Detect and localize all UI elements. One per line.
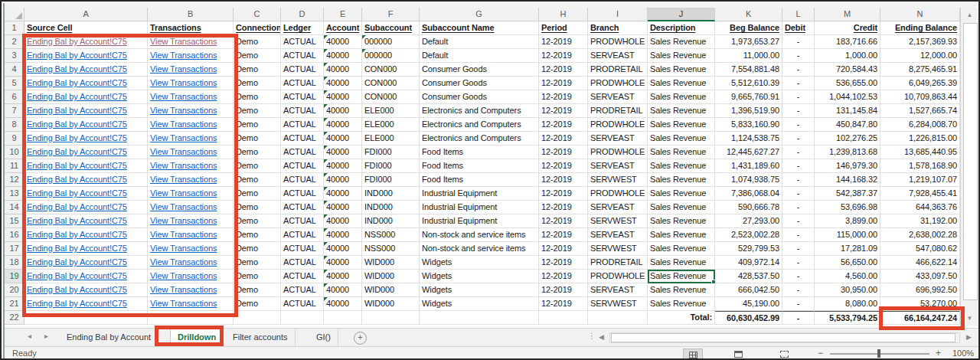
cell-H12[interactable]: 12-2019 bbox=[539, 173, 588, 187]
cell-C8[interactable]: Demo bbox=[234, 118, 281, 132]
cell-G10[interactable]: Food Items bbox=[420, 146, 539, 159]
source-cell-link-row2[interactable]: Ending Bal by Account!C75 bbox=[24, 35, 148, 49]
cell-C13[interactable]: Demo bbox=[234, 187, 281, 201]
cell-N4[interactable]: 8,275,465.91 bbox=[880, 63, 960, 77]
cell-N6[interactable]: 10,709,863.44 bbox=[880, 90, 960, 104]
cell-F10[interactable]: FDI000 bbox=[362, 146, 420, 159]
cell-I9[interactable]: SERVEAST bbox=[588, 132, 648, 146]
row-header-22[interactable]: 22 bbox=[5, 311, 24, 325]
cell-N16[interactable]: 2,638,002.28 bbox=[880, 228, 960, 242]
cell-N11[interactable]: 1,578,168.90 bbox=[880, 159, 960, 173]
cell-K17[interactable]: 529,799.53 bbox=[715, 242, 782, 256]
view-transactions-link-row6[interactable]: View Transactions bbox=[148, 90, 234, 104]
field-header-G[interactable]: Subaccount Name bbox=[420, 21, 539, 35]
row-header-16[interactable]: 16 bbox=[5, 228, 24, 242]
cell-I17[interactable]: SERVWEST bbox=[588, 242, 648, 256]
row-header-15[interactable]: 15 bbox=[5, 214, 24, 228]
add-sheet-button[interactable]: + bbox=[354, 332, 367, 345]
cell-H5[interactable]: 12-2019 bbox=[539, 77, 588, 90]
cell-M7[interactable]: 131,145.84 bbox=[815, 104, 880, 118]
cell-F15[interactable]: IND000 bbox=[362, 214, 420, 228]
cell-G15[interactable]: Industrial Equipment bbox=[420, 214, 539, 228]
cell-H11[interactable]: 12-2019 bbox=[539, 159, 588, 173]
cell-D4[interactable]: ACTUAL bbox=[281, 63, 324, 77]
cell-L2[interactable]: - bbox=[782, 35, 815, 49]
source-cell-link-row20[interactable]: Ending Bal by Account!C75 bbox=[24, 283, 148, 297]
cell-K9[interactable]: 1,124,538.75 bbox=[715, 132, 782, 146]
cell-K14[interactable]: 590,666.78 bbox=[715, 201, 782, 214]
cell-M17[interactable]: 17,281.09 bbox=[815, 242, 880, 256]
cell-G12[interactable]: Food Items bbox=[420, 173, 539, 187]
cell-G5[interactable]: Consumer Goods bbox=[420, 77, 539, 90]
cell-I10[interactable]: PRODWHOLE bbox=[588, 146, 648, 159]
cell-L9[interactable]: - bbox=[782, 132, 815, 146]
cell-F19[interactable]: WID000 bbox=[362, 270, 420, 283]
cell-E2[interactable]: 40000 bbox=[324, 35, 362, 49]
cell-M18[interactable]: 56,650.00 bbox=[815, 256, 880, 270]
cell-D15[interactable]: ACTUAL bbox=[281, 214, 324, 228]
cell-H7[interactable]: 12-2019 bbox=[539, 104, 588, 118]
row-header-7[interactable]: 7 bbox=[5, 104, 24, 118]
cell-I13[interactable]: PRODWHOLE bbox=[588, 187, 648, 201]
total-cell-F[interactable] bbox=[362, 311, 420, 325]
row-header-5[interactable]: 5 bbox=[5, 77, 24, 90]
cell-N19[interactable]: 433,097.50 bbox=[880, 270, 960, 283]
cell-N15[interactable]: 31,192.00 bbox=[880, 214, 960, 228]
view-transactions-link-row4[interactable]: View Transactions bbox=[148, 63, 234, 77]
source-cell-link-row13[interactable]: Ending Bal by Account!C75 bbox=[24, 187, 148, 201]
cell-I19[interactable]: PRODWHOLE bbox=[588, 270, 648, 283]
source-cell-link-row18[interactable]: Ending Bal by Account!C75 bbox=[24, 256, 148, 270]
view-transactions-link-row21[interactable]: View Transactions bbox=[148, 297, 234, 311]
view-transactions-link-row18[interactable]: View Transactions bbox=[148, 256, 234, 270]
cell-D5[interactable]: ACTUAL bbox=[281, 77, 324, 90]
cell-G4[interactable]: Consumer Goods bbox=[420, 63, 539, 77]
row-header-3[interactable]: 3 bbox=[5, 49, 24, 63]
cell-M10[interactable]: 1,239,813.68 bbox=[815, 146, 880, 159]
cell-M2[interactable]: 183,716.66 bbox=[815, 35, 880, 49]
hscroll-left-icon[interactable]: ◀ bbox=[599, 333, 604, 341]
row-header-6[interactable]: 6 bbox=[5, 90, 24, 104]
cell-K15[interactable]: 27,293.00 bbox=[715, 214, 782, 228]
cell-E5[interactable]: 40000 bbox=[324, 77, 362, 90]
cell-M13[interactable]: 542,387.37 bbox=[815, 187, 880, 201]
cell-J17[interactable]: Sales Revenue bbox=[648, 242, 715, 256]
view-transactions-link-row3[interactable]: View Transactions bbox=[148, 49, 234, 63]
cell-L6[interactable]: - bbox=[782, 90, 815, 104]
cell-F8[interactable]: ELE000 bbox=[362, 118, 420, 132]
zoom-slider-thumb[interactable] bbox=[877, 349, 880, 358]
cell-N10[interactable]: 13,685,440.95 bbox=[880, 146, 960, 159]
cell-J18[interactable]: Sales Revenue bbox=[648, 256, 715, 270]
cell-M14[interactable]: 53,696.98 bbox=[815, 201, 880, 214]
total-cell-E[interactable] bbox=[324, 311, 362, 325]
row-header-11[interactable]: 11 bbox=[5, 159, 24, 173]
select-all-corner[interactable] bbox=[5, 8, 24, 21]
cell-N21[interactable]: 53,270.00 bbox=[880, 297, 960, 311]
cell-F4[interactable]: CON000 bbox=[362, 63, 420, 77]
source-cell-link-row12[interactable]: Ending Bal by Account!C75 bbox=[24, 173, 148, 187]
cell-G19[interactable]: Widgets bbox=[420, 270, 539, 283]
zoom-level-label[interactable]: 100% bbox=[952, 349, 974, 358]
column-header-H[interactable]: H bbox=[539, 8, 588, 21]
cell-D21[interactable]: ACTUAL bbox=[281, 297, 324, 311]
cell-M21[interactable]: 8,080.00 bbox=[815, 297, 880, 311]
cell-G2[interactable]: Default bbox=[420, 35, 539, 49]
view-transactions-link-row15[interactable]: View Transactions bbox=[148, 214, 234, 228]
cell-L11[interactable]: - bbox=[782, 159, 815, 173]
source-cell-link-row7[interactable]: Ending Bal by Account!C75 bbox=[24, 104, 148, 118]
cell-F5[interactable]: CON000 bbox=[362, 77, 420, 90]
cell-G7[interactable]: Electronics and Computers bbox=[420, 104, 539, 118]
sheet-tab-ending-bal-by-account[interactable]: Ending Bal by Account bbox=[60, 329, 158, 346]
total-cell-A[interactable] bbox=[24, 311, 148, 325]
cell-F13[interactable]: IND000 bbox=[362, 187, 420, 201]
cell-J9[interactable]: Sales Revenue bbox=[648, 132, 715, 146]
total-cell-N[interactable]: 66,164,247.24 bbox=[880, 311, 960, 325]
cell-H14[interactable]: 12-2019 bbox=[539, 201, 588, 214]
cell-F9[interactable]: ELE000 bbox=[362, 132, 420, 146]
sheet-tab-drilldown[interactable]: Drilldown bbox=[170, 329, 224, 347]
row-header-8[interactable]: 8 bbox=[5, 118, 24, 132]
scroll-down-icon[interactable]: ▼ bbox=[961, 313, 978, 325]
cell-D13[interactable]: ACTUAL bbox=[281, 187, 324, 201]
cell-C19[interactable]: Demo bbox=[234, 270, 281, 283]
row-header-14[interactable]: 14 bbox=[5, 201, 24, 214]
cell-L10[interactable]: - bbox=[782, 146, 815, 159]
